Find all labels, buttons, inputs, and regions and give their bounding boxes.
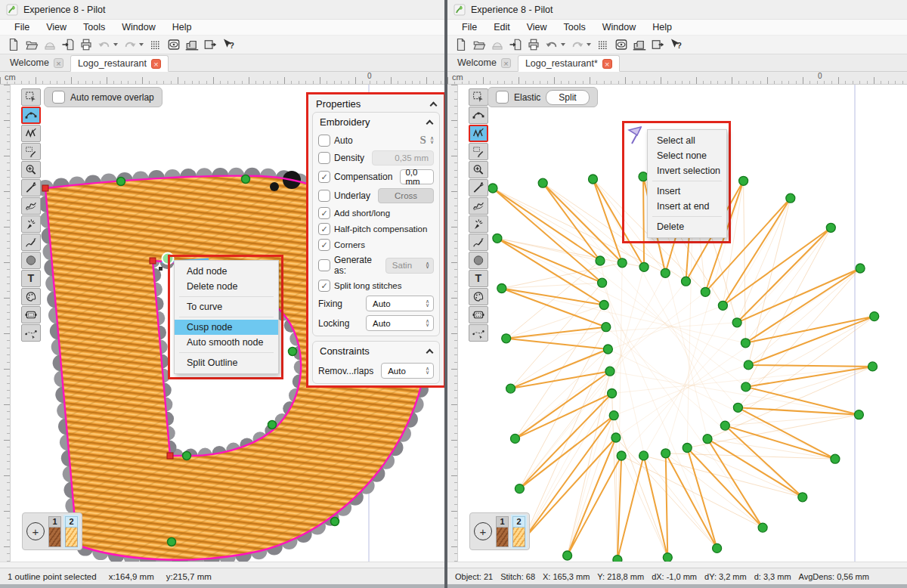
redo-dropdown-icon[interactable]	[139, 43, 144, 46]
zoom-tool[interactable]	[21, 161, 41, 178]
horizontal-scrollbar[interactable]	[0, 562, 444, 568]
menu-item-insert[interactable]: Insert	[648, 184, 726, 199]
undo-button[interactable]	[543, 36, 561, 53]
undo-dropdown-icon[interactable]	[113, 43, 118, 46]
menu-file[interactable]: File	[455, 21, 484, 33]
add-short-long-checkbox[interactable]	[318, 207, 330, 219]
program-stitch-tool[interactable]	[469, 143, 488, 160]
select-tool[interactable]	[21, 88, 41, 106]
seam-ripper-tool[interactable]	[469, 179, 488, 197]
titlebar[interactable]: Experience 8 - Pilot	[447, 0, 907, 20]
close-tab-icon[interactable]: ×	[151, 59, 161, 69]
import-button[interactable]	[506, 36, 525, 53]
zigzag-stitch-tool[interactable]	[469, 125, 488, 142]
menu-item-to-curve[interactable]: To curve	[175, 299, 278, 314]
collapse-icon[interactable]	[430, 101, 438, 109]
elastic-checkbox[interactable]	[496, 91, 509, 104]
stitch-grid-button[interactable]	[594, 36, 612, 53]
seam-ripper-tool[interactable]	[21, 179, 41, 197]
color-palette-tool[interactable]	[469, 288, 488, 305]
add-color-button[interactable]: +	[26, 522, 45, 540]
menu-item-cusp-node[interactable]: Cusp node	[175, 320, 278, 335]
zigzag-stitch-tool[interactable]	[21, 125, 41, 142]
menu-item-delete-node[interactable]: Delete node	[175, 279, 278, 294]
stitch-grid-button[interactable]	[147, 36, 165, 53]
node-edit-tool[interactable]	[469, 107, 488, 124]
menu-view[interactable]: View	[39, 21, 73, 33]
menu-edit[interactable]: Edit	[487, 21, 517, 33]
preview-button[interactable]	[612, 36, 630, 53]
thread-swatch-2[interactable]: 2	[512, 516, 525, 547]
outline-points-tool[interactable]	[469, 324, 488, 342]
corners-checkbox[interactable]	[318, 239, 330, 251]
close-tab-icon[interactable]: ×	[501, 58, 511, 68]
menu-item-select-all[interactable]: Select all	[648, 133, 726, 148]
freehand-tool[interactable]	[469, 234, 488, 251]
text-tool[interactable]	[21, 270, 41, 287]
collapse-icon[interactable]	[426, 119, 434, 127]
menu-item-invert-selection[interactable]: Invert selection	[648, 163, 726, 178]
freehand-tool[interactable]	[21, 234, 41, 251]
locking-dropdown[interactable]: Auto ∧∨	[366, 315, 434, 331]
menu-view[interactable]: View	[520, 21, 554, 33]
tab-document[interactable]: Logo_restaurant* ×	[518, 55, 620, 72]
fill-tool[interactable]	[469, 197, 488, 215]
menu-window[interactable]: Window	[115, 21, 162, 33]
import-button[interactable]	[59, 36, 77, 53]
circle-tool[interactable]	[21, 252, 41, 269]
spray-tool[interactable]	[469, 215, 488, 233]
add-color-button[interactable]: +	[474, 522, 492, 540]
circle-tool[interactable]	[469, 252, 488, 269]
menu-window[interactable]: Window	[596, 21, 642, 33]
machine-button[interactable]	[630, 36, 649, 53]
remove-overlaps-dropdown[interactable]: Auto ∧∨	[381, 363, 434, 379]
print-button[interactable]	[525, 36, 543, 53]
menu-file[interactable]: File	[8, 21, 36, 33]
redo-button[interactable]	[121, 36, 139, 53]
redo-dropdown-icon[interactable]	[587, 43, 591, 46]
open-button[interactable]	[23, 36, 41, 53]
close-tab-icon[interactable]: ×	[54, 58, 63, 68]
density-checkbox[interactable]	[318, 152, 330, 164]
color-palette-tool[interactable]	[21, 288, 41, 305]
undo-dropdown-icon[interactable]	[561, 43, 565, 46]
program-stitch-tool[interactable]	[21, 143, 41, 160]
outline-points-tool[interactable]	[21, 324, 41, 342]
split-long-stitches-checkbox[interactable]	[318, 280, 330, 292]
hoop-tool[interactable]	[21, 306, 41, 323]
redo-button[interactable]	[568, 36, 587, 53]
zoom-tool[interactable]	[469, 161, 488, 178]
half-pitch-checkbox[interactable]	[318, 223, 330, 235]
collapse-icon[interactable]	[426, 348, 434, 356]
node-edit-tool[interactable]	[21, 107, 41, 124]
auto-remove-overlap-checkbox[interactable]	[52, 91, 65, 104]
properties-header[interactable]: Properties	[308, 94, 444, 112]
menu-item-add-node[interactable]: Add node	[175, 264, 278, 279]
menu-tools[interactable]: Tools	[557, 21, 593, 33]
thread-swatch-1[interactable]: 1	[496, 516, 509, 547]
open-button[interactable]	[470, 36, 488, 53]
underlay-checkbox[interactable]	[318, 190, 330, 202]
print-button[interactable]	[77, 36, 95, 53]
tab-welcome[interactable]: Welcome ×	[450, 54, 518, 71]
fill-tool[interactable]	[21, 197, 41, 215]
menu-item-split-outline[interactable]: Split Outline	[175, 355, 278, 370]
embroidery-header[interactable]: Embroidery	[318, 114, 434, 130]
select-tool[interactable]	[469, 88, 488, 106]
thread-swatch-1[interactable]: 1	[48, 516, 61, 547]
text-tool[interactable]	[469, 270, 488, 287]
thread-swatch-2[interactable]: 2	[65, 516, 78, 547]
compensation-checkbox[interactable]	[318, 171, 330, 183]
context-help-button[interactable]	[667, 36, 685, 53]
new-document-button[interactable]	[5, 36, 23, 53]
machine-button[interactable]	[183, 36, 201, 53]
menu-tools[interactable]: Tools	[76, 21, 112, 33]
spinner-icon[interactable]: ∧∨	[430, 137, 434, 144]
constraints-header[interactable]: Constraints	[318, 343, 434, 359]
context-help-button[interactable]	[219, 36, 237, 53]
save-button[interactable]	[488, 36, 506, 53]
preview-button[interactable]	[165, 36, 183, 53]
export-button[interactable]	[201, 36, 219, 53]
spray-tool[interactable]	[21, 215, 41, 233]
menu-item-insert-at-end[interactable]: Insert at end	[648, 199, 726, 214]
